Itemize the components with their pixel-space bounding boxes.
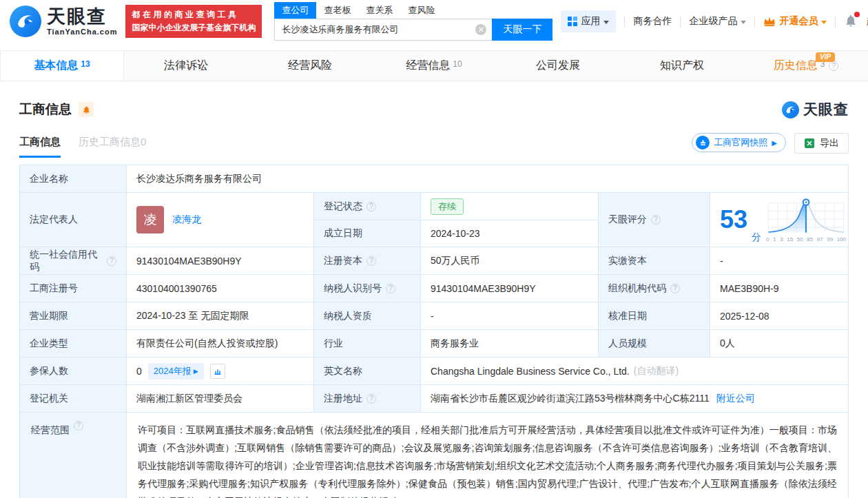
subscribe-bell-button[interactable] xyxy=(79,102,94,117)
table-row: 经营范围 许可项目：互联网直播技术服务;食品销售（依法须经批准的项目，经相关部门… xyxy=(20,412,848,498)
search-tab-risk[interactable]: 查风险 xyxy=(400,2,442,19)
bell-icon xyxy=(82,105,91,114)
tab-operating-risk[interactable]: 经营风险 xyxy=(248,51,372,81)
legal-rep-label: 法定代表人 xyxy=(20,193,126,247)
taxpayer-quality-label: 纳税人资质 xyxy=(313,302,420,329)
nav-apps[interactable]: 应用 xyxy=(561,10,616,32)
score-value: 53 分 xyxy=(710,193,848,247)
insured-label: 参保人数 xyxy=(20,357,126,384)
insured-value: 0 2024年报▶ xyxy=(126,357,313,384)
reg-address-label: 注册地址 xyxy=(313,385,420,412)
paid-capital-label: 实缴资本 xyxy=(598,247,710,274)
tianyancha-swirl-icon xyxy=(782,101,799,118)
score-unit: 分 xyxy=(752,231,761,244)
nearby-companies-link[interactable]: 附近公司 xyxy=(716,393,755,405)
table-row: 工商注册号 430104001390765 纳税人识别号 91430104MAE… xyxy=(20,274,848,302)
tianyancha-watermark: 天眼查 xyxy=(782,100,849,119)
chevron-down-icon xyxy=(821,21,827,24)
paid-capital-value: - xyxy=(710,247,848,274)
help-icon[interactable] xyxy=(366,202,376,211)
tab-history-info[interactable]: VIP 历史信息 3 xyxy=(744,51,868,81)
apps-grid-icon xyxy=(568,17,577,26)
stamp-icon xyxy=(696,136,710,149)
tab-intellectual-property[interactable]: 知识产权 xyxy=(620,51,744,81)
official-snapshot-button[interactable]: 工商官网快照 ▶ xyxy=(692,133,786,152)
brand-slogan: 都在用的商业查询工具 国家中小企业发展子基金旗下机构 xyxy=(125,5,262,38)
approval-date-value: 2025-12-08 xyxy=(710,302,848,329)
business-scope-label: 经营范围 xyxy=(20,413,126,498)
reg-status-value: 存续 xyxy=(420,193,598,220)
table-row: 统一社会信用代码 91430104MAE3B90H9Y 注册资本 50万人民币 … xyxy=(20,247,848,274)
nav-cooperation[interactable]: 商务合作 xyxy=(633,15,672,28)
trend-chart-button[interactable] xyxy=(210,364,225,379)
help-icon[interactable] xyxy=(107,256,116,266)
search-button[interactable]: 天眼一下 xyxy=(492,19,552,41)
industry-value: 商务服务业 xyxy=(420,330,598,357)
nav-open-vip[interactable]: 开通会员 xyxy=(763,15,827,28)
tianyancha-swirl-icon xyxy=(10,6,41,37)
score-number: 53 xyxy=(720,207,747,232)
reg-number-label: 工商注册号 xyxy=(20,275,126,302)
help-icon[interactable] xyxy=(386,284,395,293)
legal-rep-value: 凌 凌海龙 xyxy=(126,193,313,247)
table-row: 企业类型 有限责任公司(自然人投资或控股) 行业 商务服务业 人员规模 0人 xyxy=(20,329,848,357)
chevron-down-icon xyxy=(741,21,746,24)
score-curve-chart: 01 315 5085 9799 100 xyxy=(765,197,847,242)
status-badge: 存续 xyxy=(431,198,464,215)
help-icon[interactable] xyxy=(829,61,838,71)
crown-icon xyxy=(763,17,776,26)
staff-size-value: 0人 xyxy=(710,330,848,357)
section-title: 工商信息 xyxy=(19,101,72,118)
industry-label: 行业 xyxy=(313,330,420,357)
top-header: 天眼查 TianYanCha.com 都在用的商业查询工具 国家中小企业发展子基… xyxy=(0,0,868,43)
reg-status-label: 登记状态 xyxy=(313,193,420,220)
business-term-label: 营业期限 xyxy=(20,302,126,329)
divider xyxy=(754,16,755,27)
tianyancha-logo[interactable]: 天眼查 TianYanCha.com xyxy=(10,6,117,37)
nav-enterprise-products[interactable]: 企业级产品 xyxy=(689,15,746,28)
company-type-value: 有限责任公司(自然人投资或控股) xyxy=(126,330,313,357)
avatar[interactable]: 凌 xyxy=(136,206,164,234)
export-button[interactable]: 导出 xyxy=(794,133,849,154)
company-name-label: 企业名称 xyxy=(20,165,126,192)
taxpayer-quality-value: - xyxy=(420,302,598,329)
search-tab-boss[interactable]: 查老板 xyxy=(316,2,358,19)
brand-name: 天眼查 xyxy=(47,8,117,26)
search-input[interactable] xyxy=(274,19,492,41)
help-icon[interactable] xyxy=(366,394,376,404)
main-content: 工商信息 天眼查 工商信息 历史工商信息0 工商官网快照 ▶ xyxy=(0,100,868,498)
excel-icon xyxy=(804,138,815,149)
reg-capital-value: 50万人民币 xyxy=(420,247,598,274)
tab-operating-info[interactable]: 经营信息 10 xyxy=(372,51,496,81)
tab-basic-info[interactable]: 基本信息 13 xyxy=(0,51,124,81)
auto-translate-note: (自动翻译) xyxy=(634,365,679,377)
score-label: 天眼评分 xyxy=(598,193,710,247)
establish-date-value: 2024-10-23 xyxy=(420,220,598,247)
tab-company-development[interactable]: 公司发展 xyxy=(496,51,620,81)
search-area: 查公司 查老板 查关系 查风险 ✕ 天眼一下 xyxy=(274,2,552,41)
divider xyxy=(624,16,625,27)
reg-authority-label: 登记机关 xyxy=(20,385,126,412)
divider xyxy=(835,16,836,27)
subtab-history-business-info[interactable]: 历史工商信息0 xyxy=(79,136,146,158)
reg-capital-label: 注册资本 xyxy=(313,247,420,274)
annual-report-tag[interactable]: 2024年报▶ xyxy=(148,363,204,380)
reg-address-value: 湖南省长沙市岳麓区观沙岭街道滨江路53号楷林商务中心C栋2111 附近公司 xyxy=(420,385,848,412)
help-icon[interactable] xyxy=(74,421,83,430)
search-tab-company[interactable]: 查公司 xyxy=(274,2,316,19)
legal-rep-link[interactable]: 凌海龙 xyxy=(172,214,201,226)
bar-chart-icon xyxy=(214,367,222,375)
bell-curve-icon xyxy=(765,197,847,236)
table-row: 登记机关 湖南湘江新区管理委员会 注册地址 湖南省长沙市岳麓区观沙岭街道滨江路5… xyxy=(20,384,848,412)
company-tabbar: 基本信息 13 法律诉讼 经营风险 经营信息 10 公司发展 知识产权 VIP … xyxy=(0,50,868,81)
divider xyxy=(680,16,681,27)
subtab-business-info[interactable]: 工商信息 xyxy=(19,136,61,158)
notification-bell[interactable] xyxy=(844,14,858,30)
table-row: 企业名称 长沙凌达乐商务服务有限公司 xyxy=(20,165,848,192)
help-icon[interactable] xyxy=(670,284,680,293)
search-tab-relation[interactable]: 查关系 xyxy=(358,2,400,19)
table-row: 营业期限 2024-10-23 至 无固定期限 纳税人资质 - 核准日期 202… xyxy=(20,302,848,329)
tab-legal-proceedings[interactable]: 法律诉讼 xyxy=(124,51,248,81)
help-icon[interactable] xyxy=(366,256,376,266)
help-icon[interactable] xyxy=(651,215,661,225)
